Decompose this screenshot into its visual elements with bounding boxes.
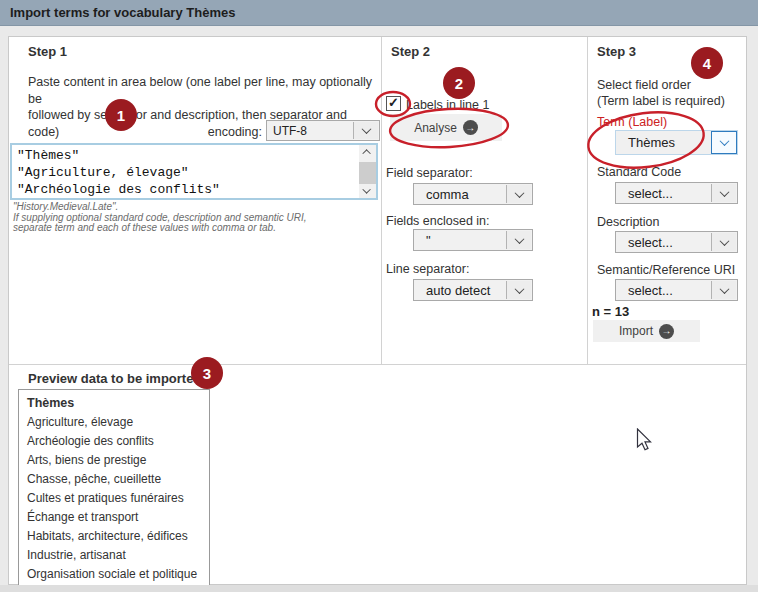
scroll-up-icon[interactable]	[359, 145, 376, 159]
fields-enclosed-label: Fields enclosed in:	[386, 214, 490, 228]
list-item[interactable]: Cultes et pratiques funéraires	[19, 489, 209, 508]
encoding-value: UTF-8	[267, 121, 353, 140]
fields-enclosed-value: "	[414, 230, 506, 250]
annotation-badge-1: 1	[105, 99, 137, 131]
scroll-down-icon[interactable]	[359, 184, 376, 198]
standard-code-select[interactable]: select...	[615, 182, 738, 204]
paste-textarea[interactable]: "Thèmes" "Agriculture, élevage" "Archéol…	[10, 143, 378, 200]
field-separator-value: comma	[414, 184, 506, 204]
list-item[interactable]: Échange et transport	[19, 508, 209, 527]
arrow-right-icon: →	[659, 324, 674, 339]
list-item[interactable]: Archéologie des conflits	[19, 432, 209, 451]
labels-in-line1-checkbox[interactable]: ✓	[386, 96, 401, 111]
step1-title: Step 1	[28, 44, 67, 59]
term-select[interactable]: Thèmes	[615, 130, 738, 155]
column-divider-2	[587, 37, 588, 364]
list-item[interactable]: Organisation sociale et politique	[19, 565, 209, 584]
chevron-down-icon	[711, 281, 736, 299]
description-label: Description	[597, 215, 660, 229]
list-item[interactable]: Chasse, pêche, cueillette	[19, 470, 209, 489]
analyse-button[interactable]: Analyse →	[390, 114, 502, 141]
annotation-badge-4: 4	[691, 47, 723, 79]
chevron-down-icon	[711, 233, 736, 251]
section-divider	[9, 364, 746, 365]
field-separator-label: Field separator:	[386, 166, 473, 180]
list-item[interactable]: Industrie, artisanat	[19, 546, 209, 565]
import-button-label: Import	[619, 324, 653, 338]
fields-enclosed-select[interactable]: "	[413, 229, 533, 251]
step2-title: Step 2	[391, 44, 430, 59]
semantic-uri-label: Semantic/Reference URI	[597, 263, 735, 277]
dialog-title: Import terms for vocabulary Thèmes	[10, 0, 235, 26]
standard-code-label: Standard Code	[597, 165, 681, 179]
preview-list[interactable]: ThèmesAgriculture, élevageArchéologie de…	[18, 389, 210, 592]
chevron-down-icon	[506, 185, 531, 203]
step1-note: "History.Medieval.Late". If supplying op…	[13, 202, 373, 234]
encoding-label: encoding:	[180, 125, 262, 139]
step3-title: Step 3	[597, 44, 636, 59]
encoding-select[interactable]: UTF-8	[266, 120, 380, 141]
arrow-right-icon: →	[463, 120, 478, 135]
bottom-stripe	[0, 585, 758, 592]
line-separator-value: auto detect	[414, 280, 506, 300]
select-field-order-label: Select field order	[597, 78, 691, 92]
checkmark-icon: ✓	[388, 96, 399, 109]
chevron-down-icon	[506, 231, 531, 249]
import-button[interactable]: Import →	[593, 320, 700, 342]
chevron-down-icon	[711, 131, 737, 154]
textarea-scrollbar[interactable]	[359, 145, 376, 198]
line-separator-label: Line separator:	[386, 262, 469, 276]
chevron-down-icon	[353, 122, 378, 139]
field-separator-select[interactable]: comma	[413, 183, 533, 205]
annotation-badge-3: 3	[191, 357, 223, 389]
standard-code-value: select...	[616, 183, 711, 203]
semantic-uri-select[interactable]: select...	[615, 279, 738, 301]
paste-textarea-content: "Thèmes" "Agriculture, élevage" "Archéol…	[17, 147, 356, 198]
term-required-note: (Term label is required)	[597, 94, 725, 108]
term-select-value: Thèmes	[616, 131, 711, 154]
preview-title: Preview data to be imported	[28, 371, 201, 386]
annotation-badge-2: 2	[443, 67, 475, 99]
list-item[interactable]: Habitats, architecture, édifices	[19, 527, 209, 546]
term-count: n = 13	[592, 304, 629, 319]
chevron-down-icon	[711, 184, 736, 202]
labels-in-line1-label: Labels in line 1	[406, 98, 489, 112]
list-item[interactable]: Agriculture, élevage	[19, 413, 209, 432]
chevron-down-icon	[506, 281, 531, 299]
line-separator-select[interactable]: auto detect	[413, 279, 533, 301]
list-item[interactable]: Thèmes	[19, 394, 209, 413]
description-value: select...	[616, 232, 711, 252]
column-divider-1	[381, 37, 382, 364]
list-item[interactable]: Arts, biens de prestige	[19, 451, 209, 470]
semantic-uri-value: select...	[616, 280, 711, 300]
term-label: Term (Label)	[597, 115, 667, 129]
analyse-button-label: Analyse	[414, 121, 457, 135]
dialog-titlebar: Import terms for vocabulary Thèmes	[0, 0, 758, 26]
import-terms-dialog: Import terms for vocabulary Thèmes Step …	[0, 0, 758, 592]
description-select[interactable]: select...	[615, 231, 738, 253]
scrollbar-thumb[interactable]	[359, 162, 376, 184]
